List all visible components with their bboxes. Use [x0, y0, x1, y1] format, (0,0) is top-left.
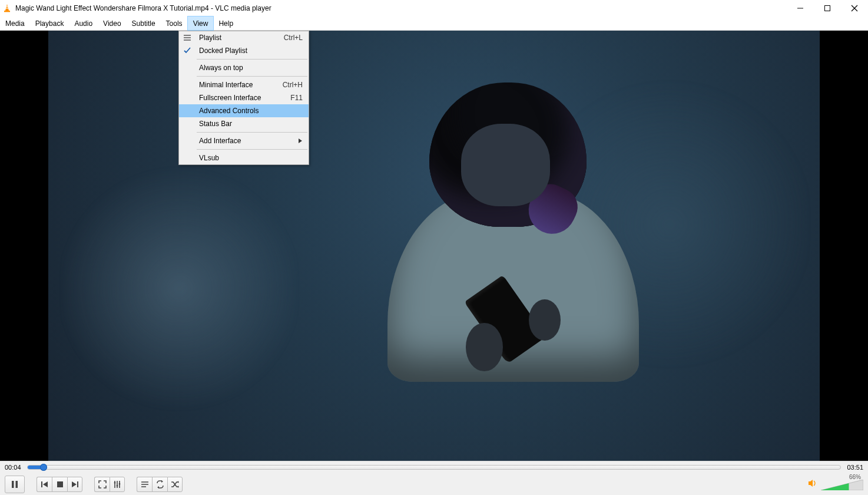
- elapsed-time: 00:04: [5, 464, 21, 471]
- svg-marker-12: [43, 481, 48, 487]
- vlc-icon: [2, 4, 12, 13]
- menu-media[interactable]: Media: [0, 16, 30, 30]
- menu-item-always-on-top[interactable]: Always on top: [179, 61, 309, 74]
- close-button[interactable]: [841, 0, 868, 16]
- menu-item-docked-playlist[interactable]: Docked Playlist: [179, 44, 309, 57]
- menu-separator: [197, 59, 307, 60]
- svg-marker-20: [157, 486, 159, 489]
- menu-tools[interactable]: Tools: [161, 16, 188, 30]
- view-menu-dropdown: PlaylistCtrl+LDocked PlaylistAlways on t…: [178, 31, 309, 165]
- menu-item-label: Add Interface: [196, 137, 293, 145]
- pause-button[interactable]: [5, 476, 25, 493]
- menu-separator: [197, 76, 307, 77]
- menu-item-vlsub[interactable]: VLsub: [179, 151, 309, 164]
- svg-rect-18: [119, 483, 120, 484]
- titlebar: Magic Wand Light Effect Wondershare Film…: [0, 0, 868, 16]
- menu-item-label: Status Bar: [196, 120, 303, 128]
- fullscreen-button[interactable]: [94, 477, 110, 492]
- stop-button[interactable]: [52, 477, 67, 492]
- menu-separator: [197, 132, 307, 133]
- video-frame: [48, 31, 820, 461]
- svg-rect-11: [41, 481, 42, 487]
- menu-item-label: VLsub: [196, 154, 303, 162]
- next-button[interactable]: [67, 477, 82, 492]
- menu-shortcut: Ctrl+H: [283, 81, 303, 89]
- volume-control[interactable]: 66%: [808, 478, 863, 490]
- total-time: 03:51: [847, 464, 863, 471]
- volume-slider[interactable]: 66%: [821, 480, 863, 490]
- view-group: [94, 477, 125, 492]
- menu-item-fullscreen-interface[interactable]: Fullscreen InterfaceF11: [179, 91, 309, 104]
- menu-item-label: Minimal Interface: [196, 81, 283, 89]
- minimize-button[interactable]: [787, 0, 814, 16]
- svg-rect-13: [57, 481, 63, 487]
- menubar: MediaPlaybackAudioVideoSubtitleToolsView…: [0, 16, 868, 31]
- loop-button[interactable]: [152, 477, 167, 492]
- svg-marker-23: [809, 480, 813, 487]
- shuffle-button[interactable]: [167, 477, 183, 492]
- svg-marker-14: [72, 481, 77, 487]
- svg-marker-19: [161, 480, 163, 483]
- menu-item-label: Docked Playlist: [196, 47, 303, 55]
- svg-rect-15: [77, 481, 78, 487]
- check-icon: [179, 47, 196, 54]
- svg-marker-22: [178, 486, 179, 488]
- menu-video[interactable]: Video: [98, 16, 126, 30]
- transport-group: [37, 477, 82, 492]
- volume-percent: 66%: [849, 474, 861, 480]
- speaker-icon[interactable]: [808, 478, 817, 490]
- menu-shortcut: F11: [290, 94, 303, 102]
- playlist-icon: [179, 34, 196, 41]
- svg-marker-21: [178, 481, 179, 483]
- svg-marker-8: [299, 138, 302, 143]
- menu-view[interactable]: View: [188, 16, 214, 30]
- menu-item-playlist[interactable]: PlaylistCtrl+L: [179, 31, 309, 44]
- menu-item-label: Fullscreen Interface: [196, 94, 290, 102]
- svg-rect-5: [825, 6, 830, 11]
- window-title: Magic Wand Light Effect Wondershare Film…: [15, 4, 271, 12]
- menu-item-advanced-controls[interactable]: Advanced Controls: [179, 104, 309, 117]
- video-area[interactable]: [0, 31, 868, 461]
- maximize-button[interactable]: [814, 0, 841, 16]
- menu-playback[interactable]: Playback: [30, 16, 69, 30]
- svg-rect-2: [5, 8, 8, 8]
- menu-subtitle[interactable]: Subtitle: [127, 16, 161, 30]
- svg-marker-0: [5, 4, 9, 11]
- menu-help[interactable]: Help: [213, 16, 238, 30]
- playlist-button[interactable]: [137, 477, 152, 492]
- playlist-group: [137, 477, 183, 492]
- bottom-panel: 00:04 03:51 66%: [0, 461, 868, 495]
- svg-rect-9: [12, 481, 14, 488]
- svg-rect-1: [6, 6, 8, 6]
- extended-settings-button[interactable]: [110, 477, 125, 492]
- menu-item-label: Playlist: [196, 34, 284, 42]
- svg-rect-17: [117, 485, 118, 486]
- menu-audio[interactable]: Audio: [69, 16, 98, 30]
- menu-item-label: Advanced Controls: [196, 107, 303, 115]
- chevron-right-icon: [293, 137, 303, 145]
- menu-item-label: Always on top: [196, 64, 303, 72]
- menu-item-status-bar[interactable]: Status Bar: [179, 117, 309, 130]
- seek-bar[interactable]: [27, 465, 842, 470]
- svg-rect-10: [16, 481, 18, 488]
- menu-separator: [197, 149, 307, 150]
- svg-rect-16: [114, 482, 115, 483]
- menu-item-add-interface[interactable]: Add Interface: [179, 134, 309, 147]
- menu-shortcut: Ctrl+L: [284, 34, 303, 42]
- menu-item-minimal-interface[interactable]: Minimal InterfaceCtrl+H: [179, 78, 309, 91]
- previous-button[interactable]: [37, 477, 52, 492]
- svg-rect-3: [4, 11, 10, 12]
